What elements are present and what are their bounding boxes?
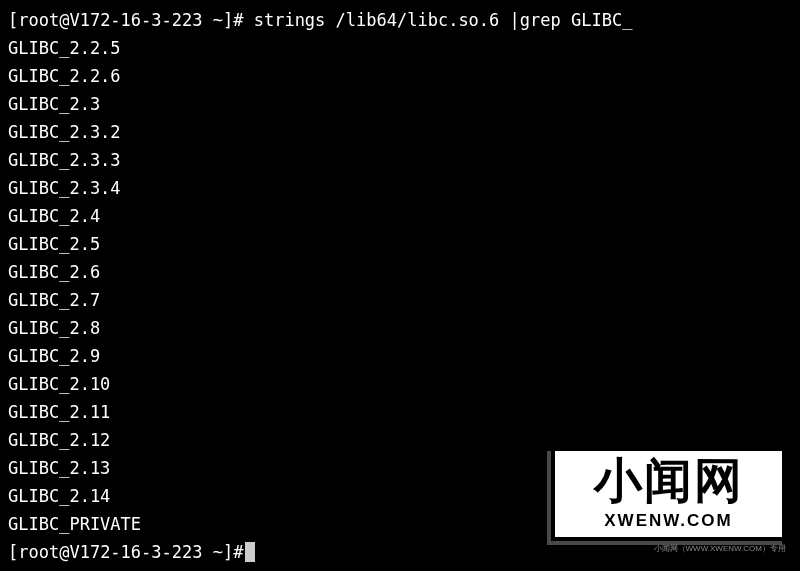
prompt-location: ~ — [202, 10, 222, 30]
command-text: strings /lib64/libc.so.6 |grep GLIBC_ — [243, 10, 632, 30]
prompt-line-1: [root@V172-16-3-223 ~]# strings /lib64/l… — [8, 6, 792, 34]
prompt-user-host: root@V172-16-3-223 — [18, 10, 202, 30]
prompt-bracket-open: [ — [8, 542, 18, 562]
output-line: GLIBC_2.3.3 — [8, 146, 792, 174]
output-line: GLIBC_2.4 — [8, 202, 792, 230]
output-line: GLIBC_2.7 — [8, 286, 792, 314]
prompt-close: ]# — [223, 542, 243, 562]
prompt-bracket-open: [ — [8, 10, 18, 30]
prompt-location: ~ — [202, 542, 222, 562]
output-line: GLIBC_2.2.5 — [8, 34, 792, 62]
output-line: GLIBC_2.6 — [8, 258, 792, 286]
output-line: GLIBC_2.5 — [8, 230, 792, 258]
output-line: GLIBC_2.9 — [8, 342, 792, 370]
output-line: GLIBC_2.3 — [8, 90, 792, 118]
watermark-main-text: 小闻网 — [565, 457, 772, 505]
watermark-box: 小闻网 XWENW.COM — [551, 447, 786, 541]
prompt-user-host: root@V172-16-3-223 — [18, 542, 202, 562]
watermark-sub-text: XWENW.COM — [565, 507, 772, 535]
output-line: GLIBC_2.8 — [8, 314, 792, 342]
cursor — [245, 542, 255, 562]
prompt-close: ]# — [223, 10, 243, 30]
output-line: GLIBC_2.10 — [8, 370, 792, 398]
output-line: GLIBC_2.3.4 — [8, 174, 792, 202]
output-line: GLIBC_2.3.2 — [8, 118, 792, 146]
watermark-footer-text: 小闻网（WWW.XWENW.COM）专用 — [536, 545, 786, 553]
output-line: GLIBC_2.2.6 — [8, 62, 792, 90]
output-line: GLIBC_2.11 — [8, 398, 792, 426]
